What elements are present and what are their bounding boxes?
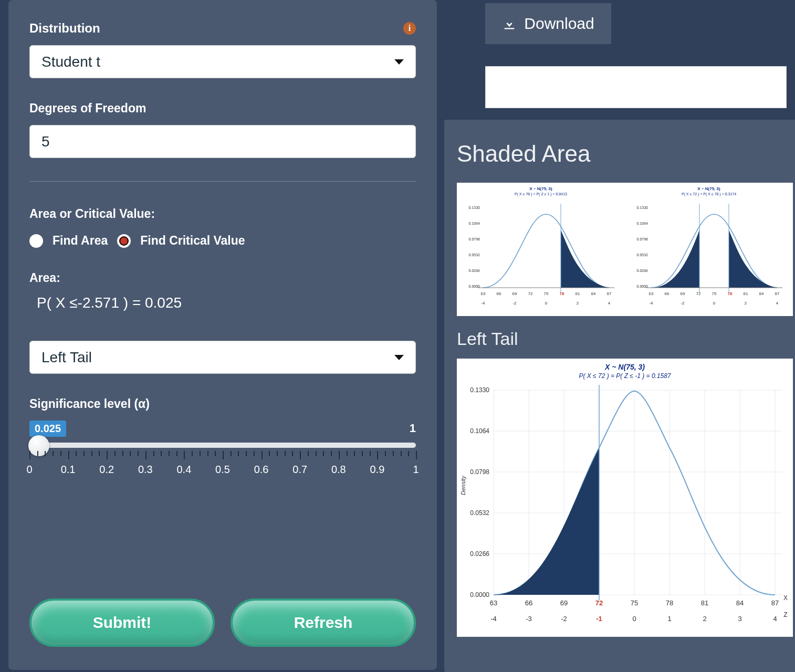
thumb-sub: P( X ≤ 72 ) + P( X ≥ 78 ) = 0.3174: [682, 192, 736, 196]
slider-ticks: [29, 451, 416, 461]
svg-text:0.0798: 0.0798: [469, 237, 480, 241]
area-readout: P( X ≤-2.571 ) = 0.025: [37, 295, 416, 311]
svg-text:0.0000: 0.0000: [470, 591, 489, 598]
svg-text:78: 78: [560, 291, 564, 296]
svg-text:0.1064: 0.1064: [469, 222, 480, 225]
significance-slider[interactable]: 0.025 1 00.10.20.30.40.50.60.70.80.91: [29, 421, 416, 484]
svg-text:84: 84: [736, 599, 744, 607]
svg-text:0.0532: 0.0532: [637, 253, 648, 257]
svg-text:-4: -4: [481, 301, 485, 306]
output-card-peek: [485, 66, 787, 108]
radio-find-critical-value[interactable]: [117, 234, 131, 248]
svg-text:0.1330: 0.1330: [469, 206, 480, 209]
svg-text:-4: -4: [649, 301, 653, 306]
svg-text:72: 72: [528, 291, 533, 296]
thumb-right-tail[interactable]: X ~ N(75, 3) P( X ≤ 78 ) = P( Z ≤ 1 ) = …: [457, 183, 625, 316]
controls-panel: Distribution i Student t Degrees of Free…: [8, 0, 437, 670]
svg-text:66: 66: [665, 291, 670, 296]
area-label: Area:: [29, 271, 416, 285]
svg-text:4: 4: [773, 615, 777, 623]
svg-text:78: 78: [666, 599, 673, 607]
mode-label: Area or Critical Value:: [29, 207, 416, 221]
chart-title: X ~ N(75, 3): [457, 363, 793, 371]
svg-text:-2: -2: [512, 301, 517, 306]
svg-text:0.0000: 0.0000: [637, 285, 648, 288]
big-chart-title: Left Tail: [457, 329, 794, 349]
svg-text:Density: Density: [460, 475, 466, 495]
svg-text:0: 0: [632, 615, 636, 623]
distribution-label-text: Distribution: [29, 21, 100, 36]
svg-text:81: 81: [701, 599, 708, 607]
svg-text:3: 3: [738, 615, 741, 623]
svg-text:-4: -4: [490, 615, 497, 623]
df-input[interactable]: 5: [29, 125, 416, 158]
svg-text:63: 63: [481, 291, 486, 296]
svg-text:0.0266: 0.0266: [637, 269, 648, 272]
svg-text:87: 87: [607, 291, 612, 296]
svg-text:0.1064: 0.1064: [637, 222, 648, 225]
submit-label: Submit!: [93, 614, 152, 632]
distribution-label: Distribution i: [29, 21, 416, 36]
slider-value-badge: 0.025: [29, 421, 66, 437]
distribution-select[interactable]: Student t: [29, 45, 416, 78]
svg-text:-3: -3: [526, 615, 532, 623]
svg-text:0.0798: 0.0798: [470, 468, 489, 476]
svg-text:84: 84: [759, 291, 764, 296]
svg-text:Z: Z: [783, 611, 787, 618]
thumb-title: X ~ N(75, 3): [529, 186, 552, 191]
svg-text:81: 81: [744, 291, 748, 296]
svg-text:72: 72: [696, 291, 701, 296]
df-label: Degrees of Freedom: [29, 101, 416, 116]
radio-find-critical-value-label: Find Critical Value: [140, 234, 245, 248]
svg-text:81: 81: [576, 291, 580, 296]
tail-select[interactable]: Left Tail: [29, 341, 416, 374]
svg-text:0: 0: [545, 301, 548, 306]
info-icon[interactable]: i: [403, 22, 416, 35]
svg-text:63: 63: [490, 599, 497, 607]
svg-text:75: 75: [544, 291, 549, 296]
svg-text:0.1330: 0.1330: [470, 386, 489, 394]
svg-text:0.0532: 0.0532: [470, 509, 489, 517]
submit-button[interactable]: Submit!: [29, 598, 215, 647]
svg-text:78: 78: [728, 291, 733, 296]
svg-text:X: X: [783, 594, 788, 602]
svg-text:72: 72: [595, 599, 603, 607]
svg-text:0.1330: 0.1330: [637, 206, 648, 209]
thumb-title: X ~ N(75, 3): [697, 186, 720, 191]
download-button[interactable]: Download: [485, 3, 611, 44]
svg-text:0: 0: [713, 301, 716, 306]
df-value: 5: [41, 133, 50, 150]
chevron-down-icon: [394, 355, 404, 360]
action-buttons: Submit! Refresh: [29, 598, 416, 647]
svg-text:2: 2: [577, 301, 579, 306]
refresh-button[interactable]: Refresh: [231, 598, 416, 647]
radio-find-area-label: Find Area: [53, 234, 108, 248]
svg-text:0.0798: 0.0798: [637, 237, 648, 241]
svg-text:69: 69: [560, 599, 568, 607]
svg-text:87: 87: [775, 291, 780, 296]
preview-thumbnails: X ~ N(75, 3) P( X ≤ 78 ) = P( Z ≤ 1 ) = …: [457, 183, 793, 316]
svg-text:0.1064: 0.1064: [470, 427, 489, 435]
preview-panel: Shaded Area X ~ N(75, 3) P( X ≤ 78 ) = P…: [444, 120, 795, 672]
slider-track: [29, 443, 416, 448]
svg-text:0.0266: 0.0266: [470, 550, 489, 558]
svg-text:75: 75: [631, 599, 638, 607]
svg-text:1: 1: [667, 615, 671, 623]
download-icon: [502, 16, 517, 31]
big-chart-left-tail[interactable]: X ~ N(75, 3) P( X ≤ 72 ) = P( Z ≤ -1 ) =…: [457, 359, 793, 637]
preview-title: Shaded Area: [457, 141, 794, 167]
thumb-sub: P( X ≤ 78 ) = P( Z ≤ 1 ) = 0.8413: [515, 192, 567, 196]
svg-text:66: 66: [525, 599, 532, 607]
svg-text:0.0000: 0.0000: [469, 285, 480, 288]
svg-text:4: 4: [608, 301, 611, 306]
radio-find-area[interactable]: [29, 234, 43, 248]
svg-text:0.0266: 0.0266: [469, 269, 480, 272]
chevron-down-icon: [394, 59, 404, 65]
svg-text:84: 84: [591, 291, 596, 296]
distribution-value: Student t: [41, 54, 100, 70]
chart-subtitle: P( X ≤ 72 ) = P( Z ≤ -1 ) = 0.1587: [457, 372, 793, 380]
thumb-both-tails[interactable]: X ~ N(75, 3) P( X ≤ 72 ) + P( X ≥ 78 ) =…: [625, 183, 793, 316]
svg-text:2: 2: [745, 301, 747, 306]
refresh-label: Refresh: [294, 614, 353, 632]
svg-text:75: 75: [712, 291, 717, 296]
